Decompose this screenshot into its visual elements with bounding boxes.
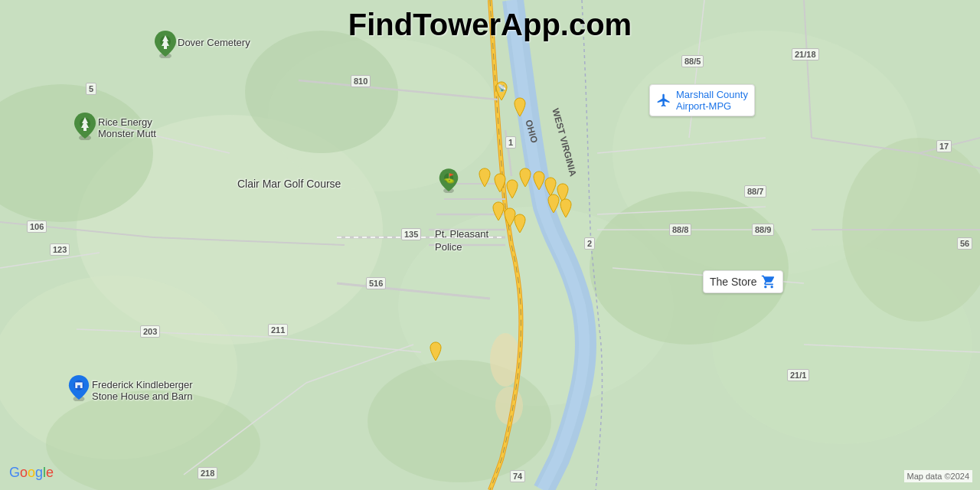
svg-point-12 xyxy=(368,360,551,482)
kindleberger-label: Frederick KindlebergerStone House and Ba… xyxy=(92,379,193,402)
the-store-marker[interactable]: The Store xyxy=(703,270,783,293)
the-store-label: The Store xyxy=(710,276,756,288)
tower-marker-2[interactable] xyxy=(511,96,528,121)
svg-text:📡: 📡 xyxy=(498,83,507,93)
rice-energy-pin[interactable] xyxy=(73,111,97,143)
tower-marker-1[interactable]: 📡 xyxy=(493,80,510,105)
dover-cemetery-pin[interactable] xyxy=(153,29,178,61)
road-21-1: 21/1 xyxy=(787,369,809,381)
road-135: 135 xyxy=(401,228,421,240)
road-88-5: 88/5 xyxy=(681,55,704,67)
svg-rect-53 xyxy=(77,385,80,388)
map-container: FindTowerApp.com WEST VIRGINIA OHIO 5 10… xyxy=(0,0,980,490)
svg-text:⛳: ⛳ xyxy=(443,172,456,185)
road-2: 2 xyxy=(584,237,595,250)
plane-icon xyxy=(656,93,671,108)
road-56: 56 xyxy=(957,237,972,250)
kindleberger-pin[interactable] xyxy=(67,374,90,404)
road-21-18: 21/18 xyxy=(792,48,819,60)
road-203: 203 xyxy=(140,325,160,338)
airport-label: Marshall CountyAirport-MPG xyxy=(676,89,748,112)
svg-point-8 xyxy=(245,31,398,153)
road-123: 123 xyxy=(50,243,70,256)
road-17: 17 xyxy=(936,140,952,152)
road-810: 810 xyxy=(351,75,371,87)
airport-marker[interactable]: Marshall CountyAirport-MPG xyxy=(649,84,755,116)
tower-marker-3[interactable] xyxy=(476,167,493,191)
road-106: 106 xyxy=(27,220,47,233)
road-211: 211 xyxy=(268,324,288,336)
cart-icon xyxy=(761,274,776,289)
map-attribution: Map data ©2024 xyxy=(904,470,973,482)
road-218: 218 xyxy=(198,467,217,479)
road-5: 5 xyxy=(86,83,96,95)
dover-cemetery-label: Dover Cemetery xyxy=(178,37,250,48)
road-88-9: 88/9 xyxy=(752,224,774,236)
golf-course-pin[interactable]: ⛳ xyxy=(438,167,459,196)
road-88-7: 88/7 xyxy=(744,185,766,198)
tower-marker-11[interactable] xyxy=(557,198,574,222)
road-88-8: 88/8 xyxy=(669,224,691,236)
tower-marker-15[interactable] xyxy=(427,341,444,365)
map-background xyxy=(0,0,980,490)
site-title: FindTowerApp.com xyxy=(348,8,632,42)
rice-energy-label: Rice EnergyMonster Mutt xyxy=(98,116,156,139)
city-label: Pt. PleasantPolice xyxy=(435,228,488,254)
google-logo: Google xyxy=(9,465,54,481)
tower-marker-14[interactable] xyxy=(511,213,528,237)
road-1: 1 xyxy=(505,136,516,149)
road-74: 74 xyxy=(510,470,525,482)
golf-course-label: Clair Mar Golf Course xyxy=(237,178,341,190)
road-516: 516 xyxy=(366,277,386,289)
